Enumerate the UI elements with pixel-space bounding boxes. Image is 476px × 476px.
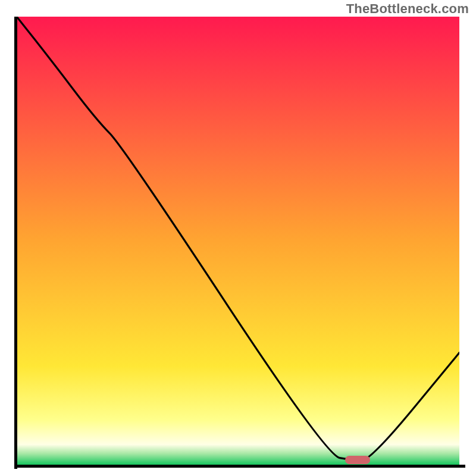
chart-container: TheBottleneck.com — [0, 0, 476, 476]
optimal-marker — [345, 456, 370, 464]
bottleneck-curve — [17, 17, 459, 465]
y-axis — [14, 17, 17, 469]
watermark-text: TheBottleneck.com — [346, 1, 469, 17]
x-axis — [14, 465, 465, 468]
